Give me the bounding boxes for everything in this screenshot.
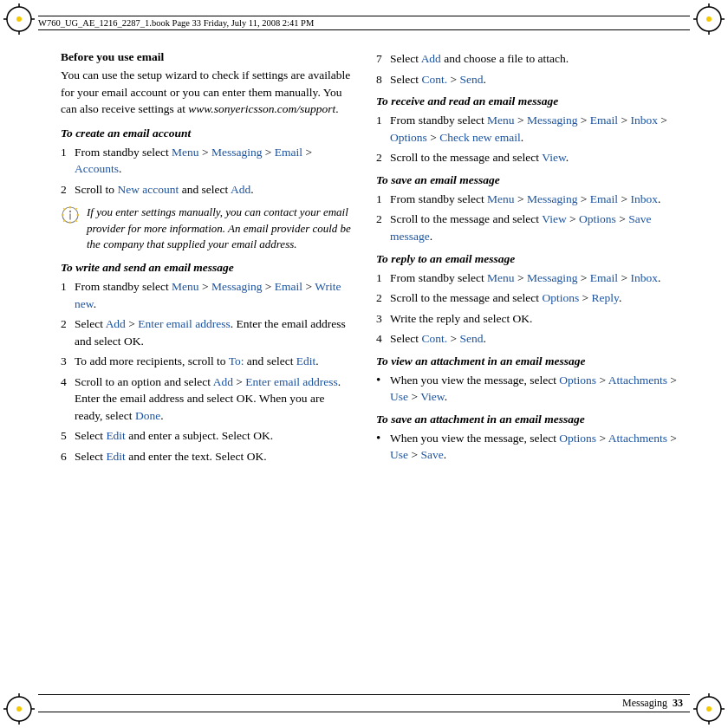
header-text: W760_UG_AE_1216_2287_1.book Page 33 Frid… bbox=[38, 18, 314, 28]
list-num: 3 bbox=[376, 310, 390, 328]
svg-line-31 bbox=[63, 209, 65, 211]
list-item: 1 From standby select Menu > Messaging >… bbox=[376, 112, 690, 146]
section2-title: To create an email account bbox=[61, 127, 355, 140]
list-text: From standby select Menu > Messaging > E… bbox=[390, 112, 690, 146]
list-num: 7 bbox=[376, 50, 390, 68]
list-num: 2 bbox=[376, 289, 390, 307]
section6-list: 1 From standby select Menu > Messaging >… bbox=[376, 270, 690, 348]
list-item: 2 Scroll to New account and select Add. bbox=[61, 181, 355, 198]
list-text: Select Add and choose a file to attach. bbox=[390, 50, 690, 68]
svg-point-25 bbox=[69, 211, 71, 212]
svg-line-33 bbox=[75, 209, 77, 211]
section6-title: To reply to an email message bbox=[376, 252, 690, 266]
svg-line-32 bbox=[75, 220, 77, 222]
list-text: Scroll to an option and select Add > Ent… bbox=[75, 374, 355, 425]
list-item: 3 Write the reply and select OK. bbox=[376, 310, 690, 328]
section7-list: • When you view the message, select Opti… bbox=[376, 372, 690, 406]
list-text: Select Edit and enter a subject. Select … bbox=[75, 427, 355, 445]
list-item: 1 From standby select Menu > Messaging >… bbox=[376, 191, 690, 208]
list-text: Select Add > Enter email address. Enter … bbox=[75, 315, 355, 349]
list-item: 1 From standby select Menu > Messaging >… bbox=[61, 144, 355, 178]
corner-mark-tr bbox=[693, 3, 725, 35]
list-num: 3 bbox=[61, 353, 75, 370]
list-item: 2 Scroll to the message and select View. bbox=[376, 149, 690, 166]
section4-list: 1 From standby select Menu > Messaging >… bbox=[376, 112, 690, 166]
list-text: Write the reply and select OK. bbox=[390, 310, 690, 328]
list-num: 2 bbox=[61, 181, 75, 198]
list-item: • When you view the message, select Opti… bbox=[376, 372, 690, 406]
list-item: 2 Select Add > Enter email address. Ente… bbox=[61, 315, 355, 349]
list-text: From standby select Menu > Messaging > E… bbox=[390, 270, 690, 287]
section1-heading: Before you use email bbox=[61, 50, 355, 64]
section1-para: You can use the setup wizard to check if… bbox=[61, 67, 355, 118]
list-item: 4 Scroll to an option and select Add > E… bbox=[61, 374, 355, 425]
tip-box: If you enter settings manually, you can … bbox=[61, 205, 355, 252]
list-num: 1 bbox=[376, 112, 390, 129]
list-item: 1 From standby select Menu > Messaging >… bbox=[376, 270, 690, 287]
list-text: When you view the message, select Option… bbox=[390, 372, 690, 406]
list-text: From standby select Menu > Messaging > E… bbox=[390, 191, 690, 208]
list-num: 2 bbox=[376, 149, 390, 166]
list-item: 4 Select Cont. > Send. bbox=[376, 330, 690, 348]
list-item: 6 Select Edit and enter the text. Select… bbox=[61, 448, 355, 465]
section5-list: 1 From standby select Menu > Messaging >… bbox=[376, 191, 690, 245]
list-item: 2 Scroll to the message and select Optio… bbox=[376, 289, 690, 307]
section4-title: To receive and read an email message bbox=[376, 94, 690, 108]
list-item: 1 From standby select Menu > Messaging >… bbox=[61, 278, 355, 312]
corner-mark-bl bbox=[3, 693, 35, 725]
svg-line-34 bbox=[63, 220, 65, 222]
list-text: Scroll to the message and select View. bbox=[390, 149, 690, 166]
list-text: From standby select Menu > Messaging > E… bbox=[75, 278, 355, 312]
list-text: From standby select Menu > Messaging > E… bbox=[75, 144, 355, 178]
list-item: • When you view the message, select Opti… bbox=[376, 430, 690, 464]
list-num: 5 bbox=[61, 427, 75, 445]
right-top-list: 7 Select Add and choose a file to attach… bbox=[376, 50, 690, 88]
list-num: 6 bbox=[61, 448, 75, 465]
section3-list: 1 From standby select Menu > Messaging >… bbox=[61, 278, 355, 465]
list-text: Select Cont. > Send. bbox=[390, 330, 690, 348]
list-item: 2 Scroll to the message and select View … bbox=[376, 211, 690, 244]
list-num: 2 bbox=[61, 315, 75, 333]
bullet-icon: • bbox=[376, 429, 390, 448]
svg-point-23 bbox=[706, 706, 712, 712]
svg-point-11 bbox=[706, 16, 712, 22]
svg-point-17 bbox=[16, 706, 22, 712]
list-item: 7 Select Add and choose a file to attach… bbox=[376, 50, 690, 68]
section7-title: To view an attachment in an email messag… bbox=[376, 354, 690, 368]
list-text: Select Edit and enter the text. Select O… bbox=[75, 448, 355, 465]
footer-page: 33 bbox=[673, 697, 683, 710]
main-content: Before you use email You can use the set… bbox=[61, 43, 690, 686]
list-text: To add more recipients, scroll to To: an… bbox=[75, 353, 355, 370]
footer-bar: Messaging 33 bbox=[38, 694, 690, 712]
corner-mark-tl bbox=[3, 3, 35, 35]
list-text: When you view the message, select Option… bbox=[390, 430, 690, 464]
list-num: 1 bbox=[61, 278, 75, 296]
list-num: 8 bbox=[376, 71, 390, 88]
section8-title: To save an attachment in an email messag… bbox=[376, 413, 690, 426]
list-item: 5 Select Edit and enter a subject. Selec… bbox=[61, 427, 355, 445]
tip-text: If you enter settings manually, you can … bbox=[87, 205, 355, 252]
left-column: Before you use email You can use the set… bbox=[61, 43, 355, 686]
list-item: 3 To add more recipients, scroll to To: … bbox=[61, 353, 355, 370]
list-text: Scroll to New account and select Add. bbox=[75, 181, 355, 198]
svg-point-5 bbox=[16, 16, 22, 22]
tip-icon bbox=[61, 205, 80, 228]
list-num: 1 bbox=[61, 144, 75, 161]
list-num: 1 bbox=[376, 191, 390, 208]
section3-title: To write and send an email message bbox=[61, 261, 355, 275]
right-column: 7 Select Add and choose a file to attach… bbox=[376, 43, 690, 686]
list-num: 4 bbox=[376, 330, 390, 348]
footer-section: Messaging bbox=[622, 697, 667, 710]
list-text: Scroll to the message and select View > … bbox=[390, 211, 690, 244]
list-text: Select Cont. > Send. bbox=[390, 71, 690, 88]
bullet-icon: • bbox=[376, 371, 390, 390]
list-num: 1 bbox=[376, 270, 390, 287]
section2-list: 1 From standby select Menu > Messaging >… bbox=[61, 144, 355, 198]
list-text: Scroll to the message and select Options… bbox=[390, 289, 690, 307]
corner-mark-br bbox=[693, 693, 725, 725]
section5-title: To save an email message bbox=[376, 173, 690, 187]
list-item: 8 Select Cont. > Send. bbox=[376, 71, 690, 88]
list-num: 4 bbox=[61, 374, 75, 391]
header-bar: W760_UG_AE_1216_2287_1.book Page 33 Frid… bbox=[38, 16, 690, 30]
section8-list: • When you view the message, select Opti… bbox=[376, 430, 690, 464]
